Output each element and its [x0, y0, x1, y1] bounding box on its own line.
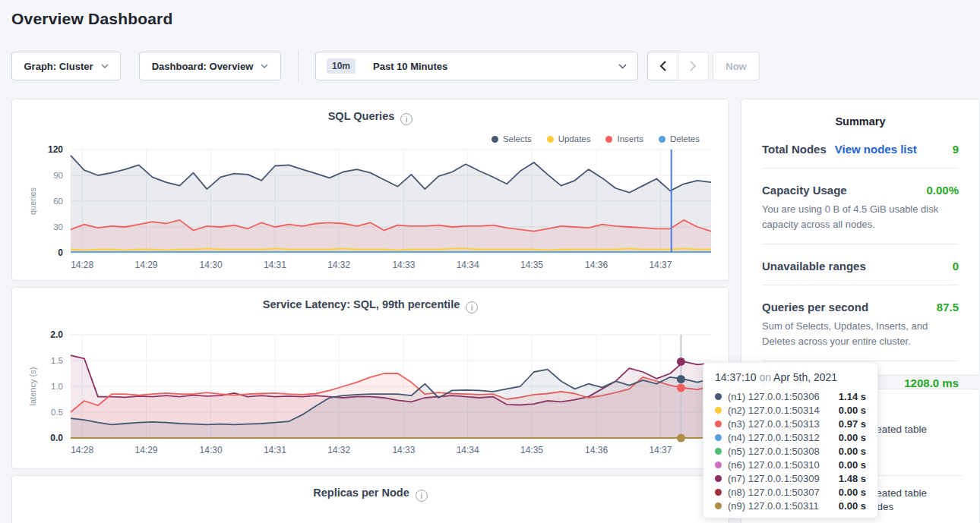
svg-text:60: 60	[53, 197, 63, 206]
tooltip-node-value: 0.00 s	[839, 405, 866, 416]
svg-text:14:36: 14:36	[585, 260, 608, 270]
time-prev-button[interactable]	[647, 52, 678, 80]
qps-value: 87.5	[937, 301, 959, 313]
qps-label: Queries per second	[762, 301, 868, 313]
tooltip-node-label: (n1) 127.0.0.1:50306	[728, 391, 820, 402]
svg-text:2.0: 2.0	[50, 329, 63, 340]
svg-text:14:28: 14:28	[71, 260, 93, 270]
legend-item-selects[interactable]: Selects	[492, 134, 532, 143]
tooltip-node-label: (n7) 127.0.0.1:50309	[728, 473, 820, 484]
summary-row-total-nodes: Total Nodes View nodes list 9	[762, 128, 959, 169]
tooltip-node-value: 0.00 s	[839, 487, 866, 498]
total-nodes-value: 9	[953, 143, 959, 156]
info-icon[interactable]: i	[400, 113, 413, 125]
sql-legend: SelectsUpdatesInsertsDeletes	[492, 134, 700, 143]
time-range-dropdown[interactable]: 10m Past 10 Minutes	[315, 52, 638, 80]
graph-dropdown[interactable]: Graph: Cluster	[11, 52, 121, 80]
tooltip-node-row: (n7) 127.0.0.1:503091.48 s	[715, 471, 866, 485]
now-button[interactable]: Now	[713, 52, 760, 80]
tooltip-node-value: 0.00 s	[839, 446, 866, 457]
tooltip-node-value: 1.48 s	[839, 473, 866, 484]
info-icon[interactable]: i	[416, 490, 428, 502]
replicas-panel-title: Replicas per Nodei	[12, 476, 729, 502]
legend-item-updates[interactable]: Updates	[547, 134, 591, 143]
summary-row-qps: Queries per second 87.5 Sum of Selects, …	[762, 285, 959, 361]
total-nodes-label: Total Nodes	[762, 143, 827, 156]
graph-dropdown-label: Graph: Cluster	[24, 61, 93, 72]
sql-queries-panel: SQL Queriesi SelectsUpdatesInsertsDelete…	[11, 99, 729, 281]
chevron-left-icon	[659, 61, 666, 71]
node-dot-icon	[715, 393, 722, 400]
svg-text:14:35: 14:35	[520, 260, 543, 270]
tooltip-node-row: (n5) 127.0.0.1:503080.00 s	[715, 444, 866, 458]
svg-text:14:36: 14:36	[585, 445, 608, 455]
chevron-down-icon	[101, 64, 109, 68]
svg-text:14:37: 14:37	[649, 445, 672, 455]
legend-dot-icon	[605, 136, 612, 143]
summary-body: Total Nodes View nodes list 9 Capacity U…	[741, 128, 979, 402]
svg-text:120: 120	[48, 144, 63, 155]
svg-text:14:34: 14:34	[457, 445, 479, 455]
svg-text:14:33: 14:33	[392, 260, 415, 270]
tooltip-time: 14:37:10	[715, 371, 757, 383]
svg-text:14:31: 14:31	[264, 445, 286, 455]
svg-text:14:30: 14:30	[200, 445, 223, 455]
dashboard-dropdown-label: Dashboard: Overview	[152, 61, 254, 72]
svg-text:0: 0	[58, 247, 63, 258]
legend-item-inserts[interactable]: Inserts	[605, 134, 643, 143]
legend-dot-icon	[659, 136, 665, 143]
tooltip-node-value: 0.00 s	[839, 500, 866, 512]
time-nav-group	[647, 52, 709, 80]
svg-text:14:37: 14:37	[649, 260, 672, 270]
page-title: Overview Dashboard	[11, 10, 173, 28]
svg-text:queries: queries	[28, 187, 37, 215]
latency-chart[interactable]: 0.00.51.01.52.014:2814:2914:3014:3114:32…	[24, 329, 719, 459]
tooltip-node-value: 1.14 s	[839, 391, 866, 402]
tooltip-node-label: (n8) 127.0.0.1:50307	[728, 487, 820, 498]
time-next-button[interactable]	[678, 52, 709, 80]
tooltip-node-row: (n6) 127.0.0.1:503100.00 s	[715, 458, 866, 471]
dashboard-dropdown[interactable]: Dashboard: Overview	[139, 52, 281, 80]
tooltip-node-label: (n3) 127.0.0.1:50313	[728, 418, 820, 430]
node-dot-icon	[715, 489, 722, 496]
svg-text:latency (s): latency (s)	[28, 367, 37, 406]
tooltip-node-value: 0.00 s	[839, 459, 866, 471]
svg-text:14:31: 14:31	[264, 260, 286, 270]
svg-text:1.5: 1.5	[51, 356, 63, 365]
svg-text:0.0: 0.0	[50, 433, 63, 443]
chevron-down-icon	[618, 64, 627, 69]
tooltip-node-row: (n8) 127.0.0.1:503070.00 s	[715, 485, 866, 499]
tooltip-node-row: (n3) 127.0.0.1:503130.97 s	[715, 417, 866, 430]
latency-panel: Service Latency: SQL, 99th percentilei 0…	[11, 287, 729, 469]
svg-text:14:32: 14:32	[327, 445, 350, 455]
summary-row-unavailable: Unavailable ranges 0	[762, 244, 959, 285]
svg-text:14:33: 14:33	[392, 445, 415, 455]
legend-dot-icon	[547, 136, 554, 143]
capacity-usage-desc: You are using 0 B of 4.5 GiB usable disk…	[762, 202, 959, 232]
replicas-title-text: Replicas per Node	[313, 487, 409, 499]
replicas-panel: Replicas per Nodei	[11, 475, 729, 523]
chevron-down-icon	[261, 64, 268, 68]
tooltip-node-row: (n4) 127.0.0.1:503120.00 s	[715, 430, 866, 444]
latency-panel-title: Service Latency: SQL, 99th percentilei	[12, 288, 729, 313]
legend-item-deletes[interactable]: Deletes	[659, 134, 700, 143]
time-range-label: Past 10 Minutes	[373, 61, 447, 72]
svg-text:1.0: 1.0	[51, 382, 63, 391]
svg-text:30: 30	[53, 222, 63, 232]
sql-queries-chart[interactable]: 030609012014:2814:2914:3014:3114:3214:33…	[24, 143, 719, 274]
tooltip-node-row: (n9) 127.0.0.1:503110.00 s	[715, 499, 866, 512]
tooltip-node-row: (n2) 127.0.0.1:503140.00 s	[715, 403, 866, 417]
chevron-right-icon	[690, 61, 697, 71]
summary-row-capacity: Capacity Usage 0.00% You are using 0 B o…	[762, 169, 959, 244]
info-icon[interactable]: i	[466, 301, 478, 313]
p99-latency-value: 1208.0 ms	[904, 376, 959, 389]
capacity-usage-value: 0.00%	[926, 184, 959, 197]
tooltip-node-list: (n1) 127.0.0.1:503061.14 s(n2) 127.0.0.1…	[715, 389, 866, 512]
tooltip-node-value: 0.00 s	[839, 432, 866, 443]
time-range-badge: 10m	[327, 58, 356, 74]
tooltip-node-label: (n2) 127.0.0.1:50314	[728, 405, 820, 416]
view-nodes-list-link[interactable]: View nodes list	[835, 143, 917, 156]
svg-text:0.5: 0.5	[51, 408, 63, 417]
unavailable-ranges-value: 0	[953, 260, 959, 273]
tooltip-node-label: (n5) 127.0.0.1:50308	[728, 446, 820, 457]
